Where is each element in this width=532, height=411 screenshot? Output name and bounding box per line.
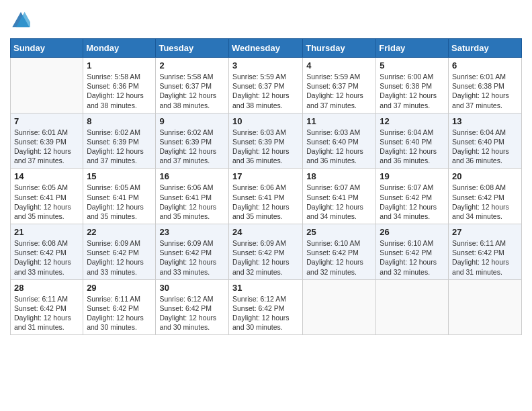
day-info: Sunrise: 6:09 AMSunset: 6:42 PMDaylight:… (232, 238, 299, 277)
day-info: Sunrise: 6:03 AMSunset: 6:40 PMDaylight:… (306, 128, 372, 166)
day-number: 6 (452, 60, 518, 71)
day-info: Sunrise: 6:06 AMSunset: 6:41 PMDaylight:… (159, 183, 225, 221)
day-number: 4 (306, 60, 372, 71)
day-cell: 14Sunrise: 6:05 AMSunset: 6:41 PMDayligh… (11, 169, 83, 224)
page: SundayMondayTuesdayWednesdayThursdayFrid… (0, 0, 532, 411)
day-info: Sunrise: 6:08 AMSunset: 6:42 PMDaylight:… (14, 238, 79, 277)
weekday-saturday: Saturday (449, 39, 522, 58)
day-cell: 28Sunrise: 6:11 AMSunset: 6:42 PMDayligh… (11, 279, 83, 335)
day-info: Sunrise: 6:12 AMSunset: 6:42 PMDaylight:… (159, 294, 225, 332)
day-info: Sunrise: 6:01 AMSunset: 6:39 PMDaylight:… (14, 128, 79, 166)
week-row-5: 28Sunrise: 6:11 AMSunset: 6:42 PMDayligh… (11, 279, 522, 335)
day-cell: 4Sunrise: 5:59 AMSunset: 6:37 PMDaylight… (303, 58, 376, 113)
day-number: 10 (232, 116, 299, 126)
day-number: 12 (380, 116, 445, 126)
week-row-4: 21Sunrise: 6:08 AMSunset: 6:42 PMDayligh… (11, 224, 522, 280)
day-info: Sunrise: 6:04 AMSunset: 6:40 PMDaylight:… (452, 128, 518, 166)
day-info: Sunrise: 6:07 AMSunset: 6:42 PMDaylight:… (380, 183, 445, 221)
day-cell: 11Sunrise: 6:03 AMSunset: 6:40 PMDayligh… (303, 113, 376, 169)
day-cell: 7Sunrise: 6:01 AMSunset: 6:39 PMDaylight… (11, 113, 83, 169)
day-number: 24 (232, 227, 299, 237)
day-info: Sunrise: 6:04 AMSunset: 6:40 PMDaylight:… (380, 128, 445, 166)
day-info: Sunrise: 6:08 AMSunset: 6:42 PMDaylight:… (452, 183, 518, 221)
day-info: Sunrise: 6:12 AMSunset: 6:42 PMDaylight:… (232, 294, 299, 332)
day-number: 25 (306, 227, 372, 237)
day-number: 5 (380, 60, 445, 71)
day-number: 23 (159, 227, 225, 237)
day-number: 26 (380, 227, 445, 237)
day-number: 1 (87, 60, 152, 71)
day-cell: 31Sunrise: 6:12 AMSunset: 6:42 PMDayligh… (228, 279, 302, 335)
day-number: 3 (232, 60, 299, 71)
day-cell: 20Sunrise: 6:08 AMSunset: 6:42 PMDayligh… (449, 169, 522, 224)
day-cell (449, 279, 522, 335)
day-info: Sunrise: 5:58 AMSunset: 6:37 PMDaylight:… (159, 72, 225, 110)
logo (10, 10, 30, 32)
day-info: Sunrise: 6:07 AMSunset: 6:41 PMDaylight:… (306, 183, 372, 221)
weekday-friday: Friday (376, 39, 449, 58)
weekday-monday: Monday (83, 39, 156, 58)
day-cell: 6Sunrise: 6:01 AMSunset: 6:38 PMDaylight… (449, 58, 522, 113)
day-info: Sunrise: 6:10 AMSunset: 6:42 PMDaylight:… (306, 238, 372, 277)
day-number: 9 (159, 116, 225, 126)
day-cell: 27Sunrise: 6:11 AMSunset: 6:42 PMDayligh… (449, 224, 522, 280)
day-number: 31 (232, 283, 299, 293)
day-info: Sunrise: 6:09 AMSunset: 6:42 PMDaylight:… (87, 238, 152, 277)
day-cell: 5Sunrise: 6:00 AMSunset: 6:38 PMDaylight… (376, 58, 449, 113)
day-cell (11, 58, 83, 113)
day-cell (303, 279, 376, 335)
day-cell: 26Sunrise: 6:10 AMSunset: 6:42 PMDayligh… (376, 224, 449, 280)
day-cell (376, 279, 449, 335)
day-info: Sunrise: 6:09 AMSunset: 6:42 PMDaylight:… (159, 238, 225, 277)
weekday-wednesday: Wednesday (228, 39, 302, 58)
week-row-2: 7Sunrise: 6:01 AMSunset: 6:39 PMDaylight… (11, 113, 522, 169)
day-number: 30 (159, 283, 225, 293)
day-info: Sunrise: 6:10 AMSunset: 6:42 PMDaylight:… (380, 238, 445, 277)
day-info: Sunrise: 5:58 AMSunset: 6:36 PMDaylight:… (87, 72, 152, 110)
day-cell: 21Sunrise: 6:08 AMSunset: 6:42 PMDayligh… (11, 224, 83, 280)
day-number: 29 (87, 283, 152, 293)
day-cell: 1Sunrise: 5:58 AMSunset: 6:36 PMDaylight… (83, 58, 156, 113)
weekday-thursday: Thursday (303, 39, 376, 58)
day-info: Sunrise: 6:02 AMSunset: 6:39 PMDaylight:… (159, 128, 225, 166)
day-number: 11 (306, 116, 372, 126)
day-number: 13 (452, 116, 518, 126)
day-info: Sunrise: 6:11 AMSunset: 6:42 PMDaylight:… (14, 294, 79, 332)
day-info: Sunrise: 6:05 AMSunset: 6:41 PMDaylight:… (87, 183, 152, 221)
day-cell: 2Sunrise: 5:58 AMSunset: 6:37 PMDaylight… (156, 58, 229, 113)
day-info: Sunrise: 6:05 AMSunset: 6:41 PMDaylight:… (14, 183, 79, 221)
day-number: 21 (14, 227, 79, 237)
day-number: 27 (452, 227, 518, 237)
day-cell: 15Sunrise: 6:05 AMSunset: 6:41 PMDayligh… (83, 169, 156, 224)
day-cell: 30Sunrise: 6:12 AMSunset: 6:42 PMDayligh… (156, 279, 229, 335)
weekday-header-row: SundayMondayTuesdayWednesdayThursdayFrid… (11, 39, 522, 58)
day-cell: 18Sunrise: 6:07 AMSunset: 6:41 PMDayligh… (303, 169, 376, 224)
day-number: 18 (306, 171, 372, 181)
day-info: Sunrise: 6:01 AMSunset: 6:38 PMDaylight:… (452, 72, 518, 110)
day-info: Sunrise: 5:59 AMSunset: 6:37 PMDaylight:… (232, 72, 299, 110)
day-cell: 29Sunrise: 6:11 AMSunset: 6:42 PMDayligh… (83, 279, 156, 335)
day-info: Sunrise: 6:03 AMSunset: 6:39 PMDaylight:… (232, 128, 299, 166)
day-cell: 8Sunrise: 6:02 AMSunset: 6:39 PMDaylight… (83, 113, 156, 169)
day-number: 2 (159, 60, 225, 71)
day-cell: 13Sunrise: 6:04 AMSunset: 6:40 PMDayligh… (449, 113, 522, 169)
day-number: 7 (14, 116, 79, 126)
day-cell: 16Sunrise: 6:06 AMSunset: 6:41 PMDayligh… (156, 169, 229, 224)
day-cell: 19Sunrise: 6:07 AMSunset: 6:42 PMDayligh… (376, 169, 449, 224)
day-number: 28 (14, 283, 79, 293)
day-cell: 17Sunrise: 6:06 AMSunset: 6:41 PMDayligh… (228, 169, 302, 224)
weekday-sunday: Sunday (11, 39, 83, 58)
day-number: 15 (87, 171, 152, 181)
day-cell: 25Sunrise: 6:10 AMSunset: 6:42 PMDayligh… (303, 224, 376, 280)
day-info: Sunrise: 6:11 AMSunset: 6:42 PMDaylight:… (87, 294, 152, 332)
day-info: Sunrise: 6:02 AMSunset: 6:39 PMDaylight:… (87, 128, 152, 166)
day-info: Sunrise: 6:00 AMSunset: 6:38 PMDaylight:… (380, 72, 445, 110)
day-number: 19 (380, 171, 445, 181)
day-cell: 9Sunrise: 6:02 AMSunset: 6:39 PMDaylight… (156, 113, 229, 169)
day-info: Sunrise: 5:59 AMSunset: 6:37 PMDaylight:… (306, 72, 372, 110)
day-number: 8 (87, 116, 152, 126)
week-row-3: 14Sunrise: 6:05 AMSunset: 6:41 PMDayligh… (11, 169, 522, 224)
day-info: Sunrise: 6:06 AMSunset: 6:41 PMDaylight:… (232, 183, 299, 221)
day-number: 17 (232, 171, 299, 181)
day-cell: 3Sunrise: 5:59 AMSunset: 6:37 PMDaylight… (228, 58, 302, 113)
